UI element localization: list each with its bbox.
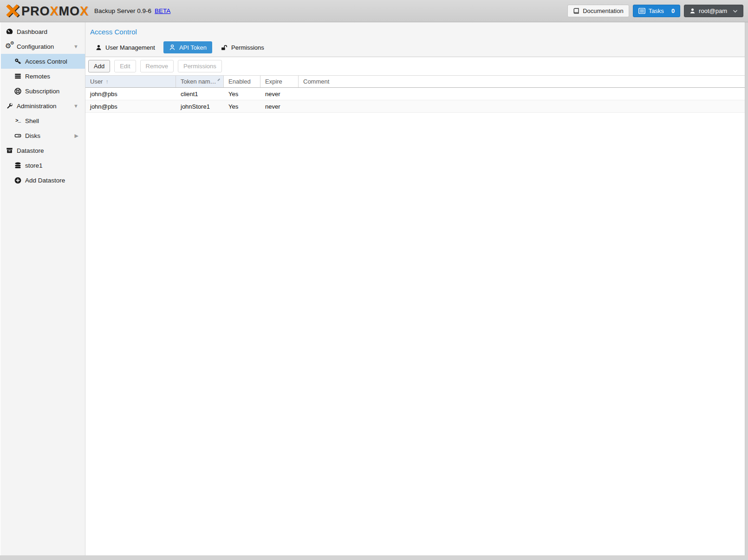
sidebar-item-datastore[interactable]: Datastore: [1, 143, 85, 158]
sidebar-item-shell[interactable]: >_ Shell: [1, 113, 85, 128]
grid-toolbar: Add Edit Remove Permissions: [85, 57, 745, 75]
hard-drive-icon: [14, 132, 22, 139]
tab-api-token[interactable]: API Token: [163, 41, 212, 53]
add-button[interactable]: Add: [88, 60, 110, 72]
sidebar-item-store1[interactable]: store1: [1, 158, 85, 173]
user-icon: [689, 8, 696, 14]
column-header-expire[interactable]: Expire: [260, 76, 299, 87]
expand-arrow-icon[interactable]: ▶: [75, 133, 78, 139]
app-header: PROXMOX Backup Server 0.9-6 BETA Documen…: [0, 0, 748, 22]
sidebar-item-add-datastore[interactable]: Add Datastore: [1, 173, 85, 188]
cell-user: john@pbs: [85, 88, 176, 100]
dashboard-icon: [6, 28, 13, 35]
sidebar-item-access-control[interactable]: Access Control: [1, 54, 85, 69]
documentation-button[interactable]: Documentation: [567, 5, 629, 17]
terminal-icon: >_: [14, 118, 22, 124]
permissions-button[interactable]: Permissions: [178, 60, 222, 72]
key-icon: [14, 58, 22, 65]
collapse-arrow-icon[interactable]: ▼: [73, 44, 78, 49]
api-token-table: User ↑ Token nam… Enabled Expire Comment: [85, 75, 745, 555]
sidebar-item-disks[interactable]: Disks ▶: [1, 128, 85, 143]
proxmox-wordmark: PROXMOX: [21, 3, 89, 19]
tab-bar: User Management API Token Permissions: [90, 41, 740, 57]
table-empty-area: [85, 113, 745, 555]
list-icon: [14, 73, 22, 79]
edit-button[interactable]: Edit: [114, 60, 136, 72]
tab-user-management[interactable]: User Management: [90, 41, 161, 53]
column-header-comment[interactable]: Comment: [299, 76, 745, 87]
beta-link[interactable]: BETA: [155, 7, 170, 14]
chevron-down-icon: [733, 9, 738, 13]
table-row[interactable]: john@pbs client1 Yes never: [85, 88, 745, 100]
table-header-row: User ↑ Token nam… Enabled Expire Comment: [85, 75, 745, 88]
cell-enabled: Yes: [224, 88, 260, 100]
cell-comment: [299, 100, 745, 112]
unlock-icon: [221, 45, 228, 51]
user-menu-button[interactable]: root@pam: [684, 5, 743, 17]
sidebar-nav: Dashboard ⚙⚙ Configuration ▼ Acc: [0, 22, 85, 555]
wrench-icon: [6, 103, 13, 110]
cell-enabled: Yes: [224, 100, 260, 112]
life-ring-icon: [14, 88, 22, 95]
user-solid-icon: [96, 45, 102, 51]
plus-circle-icon: [14, 177, 22, 184]
cell-expire: never: [260, 100, 299, 112]
collapse-arrow-icon[interactable]: ▼: [73, 103, 78, 109]
sidebar-item-configuration[interactable]: ⚙⚙ Configuration ▼: [1, 39, 85, 54]
task-list-icon: [638, 8, 645, 14]
sidebar-item-administration[interactable]: Administration ▼: [1, 98, 85, 113]
table-row[interactable]: john@pbs johnStore1 Yes never: [85, 100, 745, 113]
proxmox-x-logo-icon: [5, 3, 20, 19]
cell-expire: never: [260, 88, 299, 100]
page-title: Access Control: [90, 28, 740, 36]
remove-button[interactable]: Remove: [140, 60, 174, 72]
sidebar-item-dashboard[interactable]: Dashboard: [1, 24, 85, 39]
user-outline-icon: [169, 44, 176, 51]
cell-user: john@pbs: [85, 100, 176, 112]
proxmox-logo: PROXMOX: [5, 3, 89, 19]
cell-comment: [299, 88, 745, 100]
column-header-enabled[interactable]: Enabled: [224, 76, 260, 87]
main-content-panel: Access Control User Management API Token: [85, 22, 745, 555]
archive-box-icon: [6, 147, 13, 154]
column-header-user[interactable]: User ↑: [85, 76, 176, 87]
book-icon: [573, 8, 579, 14]
sidebar-item-remotes[interactable]: Remotes: [1, 69, 85, 84]
column-header-token-name[interactable]: Token nam…: [176, 76, 224, 87]
tasks-button[interactable]: Tasks 0: [633, 5, 680, 17]
cell-token-name: johnStore1: [176, 100, 224, 112]
database-icon: [14, 162, 22, 169]
tab-permissions[interactable]: Permissions: [215, 41, 270, 53]
sidebar-item-subscription[interactable]: Subscription: [1, 84, 85, 98]
sort-ascending-icon: ↑: [105, 78, 108, 85]
tasks-count-badge: 0: [671, 7, 675, 14]
cell-token-name: client1: [176, 88, 224, 100]
gears-icon: ⚙⚙: [6, 43, 13, 50]
product-version-label: Backup Server 0.9-6: [94, 7, 151, 14]
truncate-indicator-icon: [217, 78, 220, 81]
